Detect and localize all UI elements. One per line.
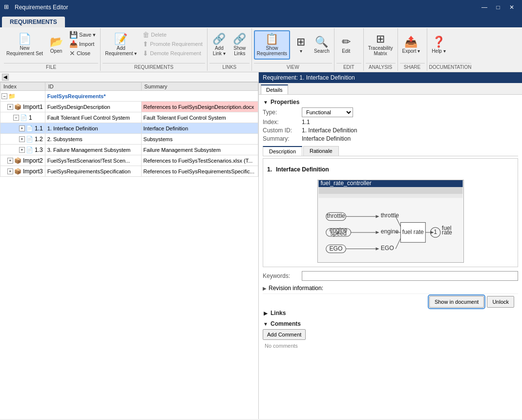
svg-text:EGO: EGO (329, 245, 342, 252)
app-icon: ⊞ (4, 3, 12, 11)
new-requirement-set-button[interactable]: 📄 NewRequirement Set (4, 30, 45, 60)
requirement-title-bar: Requirement: 1. Interface Definition (259, 72, 522, 83)
edit-button[interactable]: ✏ Edit (336, 30, 356, 60)
index-text: 1 (29, 114, 32, 121)
svg-text:throttle: throttle (327, 212, 345, 219)
expand-button[interactable]: + (7, 168, 13, 174)
title-bar: ⊞ Requirements Editor — □ ✕ (0, 0, 522, 15)
svg-text:1: 1 (434, 229, 437, 235)
properties-toggle[interactable]: ▼ (263, 99, 269, 105)
save-button[interactable]: 💾 Save ▾ (67, 30, 98, 39)
promote-requirement-button[interactable]: ⬆ Promote Requirement (140, 40, 205, 48)
cell-index: +📄1.3 (0, 145, 45, 155)
ribbon-group-file: 📄 NewRequirement Set 📂 Open 💾 Save ▾ 📥 I… (2, 28, 101, 71)
expand-button[interactable]: − (1, 93, 7, 99)
cell-id: FuelSysTestScenarios!Test Scen... (45, 155, 141, 166)
show-requirements-button[interactable]: 📋 ShowRequirements (254, 30, 290, 60)
edit-icon: ✏ (342, 37, 351, 47)
table-row[interactable]: +📦Import1FuelSysDesignDescriptionReferen… (0, 102, 258, 112)
maximize-button[interactable]: □ (492, 2, 504, 12)
help-button[interactable]: ❓ Help ▾ (429, 30, 449, 60)
table-row[interactable]: −📄1Fault Tolerant Fuel Control SystemFau… (0, 112, 258, 123)
table-row[interactable]: +📄1.33. Failure Management SubsystemFail… (0, 145, 258, 155)
traceability-matrix-button[interactable]: ⊞ TraceabilityMatrix (366, 30, 396, 60)
type-dropdown[interactable]: Functional Non-Functional (302, 107, 353, 117)
col-index: Index (0, 83, 45, 91)
close-button[interactable]: ✕ (505, 2, 518, 12)
keywords-row: Keywords: (263, 271, 518, 281)
minimize-button[interactable]: — (478, 2, 491, 12)
demote-icon: ⬇ (143, 49, 148, 57)
table-row[interactable]: +📦Import3FuelSysRequirementsSpecificatio… (0, 166, 258, 177)
traceability-icon: ⊞ (376, 34, 385, 44)
properties-header: ▼ Properties (263, 99, 518, 105)
table-row[interactable]: −📁FuelSysRequirements* (0, 91, 258, 102)
cell-summary: Interface Definition (141, 123, 258, 134)
keywords-label: Keywords: (263, 273, 302, 279)
properties-section: ▼ Properties Type: Functional Non-Functi… (263, 99, 518, 142)
cell-index: +📄1.1 (0, 123, 45, 134)
close-file-button[interactable]: ✕ Close (67, 49, 98, 58)
collapse-left-button[interactable]: ◀ (2, 74, 9, 81)
unlock-button[interactable]: Unlock (487, 296, 514, 308)
delete-button[interactable]: 🗑 Delete (140, 30, 205, 39)
ribbon-group-analysis: ⊞ TraceabilityMatrix ANALYSIS (364, 28, 398, 71)
description-title: 1.Interface Definition (267, 163, 514, 174)
cell-id: 3. Failure Management Subsystem (45, 145, 141, 155)
add-comment-button[interactable]: Add Comment (263, 329, 306, 340)
tab-details[interactable]: Details (261, 84, 288, 94)
ribbon-tab-bar: REQUIREMENTS (0, 15, 522, 27)
expand-button[interactable]: − (13, 115, 19, 121)
index-text: Import3 (23, 168, 43, 175)
expand-button[interactable]: + (7, 158, 13, 164)
open-button[interactable]: 📂 Open (46, 30, 66, 60)
right-pane: Requirement: 1. Interface Definition Det… (259, 72, 522, 419)
delete-icon: 🗑 (143, 31, 149, 39)
col-id: ID (45, 83, 141, 91)
details-content: ▼ Properties Type: Functional Non-Functi… (259, 95, 522, 419)
save-icon: 💾 (69, 31, 78, 39)
tab-requirements[interactable]: REQUIREMENTS (2, 17, 65, 27)
col-summary: Summary (141, 83, 258, 91)
svg-text:speed: speed (330, 230, 346, 237)
table-row[interactable]: +📄1.22. SubsystemsSubsystems (0, 134, 258, 145)
expand-button[interactable]: + (7, 104, 13, 110)
show-links-button[interactable]: 🔗 ShowLinks (230, 30, 250, 60)
keywords-input[interactable] (302, 271, 518, 281)
custom-id-value: 1. Interface Definition (302, 127, 357, 134)
cell-id: FuelSysRequirements* (45, 91, 258, 102)
tab-rationale[interactable]: Rationale (303, 146, 338, 156)
table-row[interactable]: +📦Import2FuelSysTestScenarios!Test Scen.… (0, 155, 258, 166)
search-button[interactable]: 🔍 Search (312, 30, 332, 60)
export-button[interactable]: 📤 Export ▾ (400, 30, 423, 60)
add-link-icon: 🔗 (212, 34, 226, 44)
revision-row[interactable]: ▶ Revision information: (263, 285, 518, 292)
show-in-document-button[interactable]: Show in document (429, 296, 484, 308)
svg-text:fuel rate: fuel rate (402, 229, 423, 235)
edit-group-label: EDIT (336, 63, 361, 70)
demote-requirement-button[interactable]: ⬇ Demote Requirement (140, 49, 205, 58)
links-group-label: LINKS (209, 63, 250, 70)
add-link-button[interactable]: 🔗 AddLink ▾ (209, 30, 229, 60)
expand-button[interactable]: + (19, 136, 25, 142)
links-toggle[interactable]: ▶ (263, 310, 269, 316)
table-row[interactable]: +📄1.11. Interface DefinitionInterface De… (0, 123, 258, 134)
show-links-icon: 🔗 (233, 34, 246, 44)
index-text: Import1 (23, 104, 43, 110)
req-icon: 📄 (26, 136, 33, 143)
expand-button[interactable]: + (19, 126, 25, 131)
comments-toggle[interactable]: ▼ (263, 321, 269, 327)
req-icon: 📄 (26, 125, 33, 132)
svg-rect-3 (318, 194, 462, 198)
tab-description[interactable]: Description (263, 146, 302, 156)
expand-button[interactable]: + (19, 147, 25, 153)
add-requirement-button[interactable]: 📝 AddRequirement ▾ (103, 30, 139, 60)
cell-id: FuelSysDesignDescription (45, 102, 141, 112)
index-text: 1.2 (35, 136, 43, 143)
index-value: 1.1 (302, 119, 310, 126)
tree-table-wrapper[interactable]: Index ID Summary −📁FuelSysRequirements*+… (0, 82, 258, 419)
comments-label: Comments (271, 320, 301, 327)
index-text: 1.3 (35, 147, 43, 153)
import-button[interactable]: 📥 Import (67, 40, 98, 48)
columns-button[interactable]: ⊞ ▾ (291, 30, 311, 60)
